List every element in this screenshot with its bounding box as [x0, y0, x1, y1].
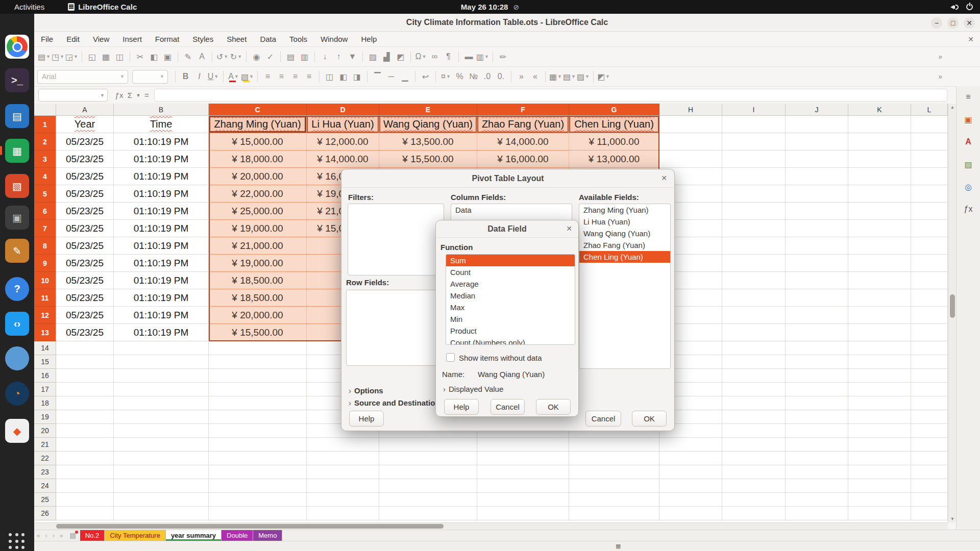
- show-draw-functions-icon[interactable]: ✏: [496, 50, 510, 64]
- close-button[interactable]: ✕: [964, 17, 975, 29]
- sheet-tab-no.2[interactable]: No.2: [80, 530, 105, 541]
- cell-C14[interactable]: [209, 341, 307, 355]
- cell-K3[interactable]: [848, 151, 911, 168]
- pivot-help-button[interactable]: Help: [349, 411, 384, 427]
- cell-I7[interactable]: [722, 220, 786, 237]
- cell-I15[interactable]: [722, 355, 786, 369]
- column-header-F[interactable]: F: [477, 104, 569, 116]
- cell-L13[interactable]: [911, 324, 948, 341]
- cell-L6[interactable]: [911, 203, 948, 220]
- special-character-icon[interactable]: Ω▼: [414, 50, 428, 64]
- column-header-K[interactable]: K: [848, 104, 911, 116]
- print-preview-icon[interactable]: ◫: [113, 50, 127, 64]
- row-header-24[interactable]: 24: [34, 479, 56, 493]
- next-sheet-icon[interactable]: ›: [50, 532, 57, 539]
- column-header-D[interactable]: D: [307, 104, 379, 116]
- cell-I26[interactable]: [722, 507, 786, 520]
- cell-L26[interactable]: [911, 507, 948, 520]
- row-header-4[interactable]: 4: [34, 168, 56, 185]
- cell-I17[interactable]: [722, 383, 786, 396]
- row-header-6[interactable]: 6: [34, 203, 56, 220]
- dock-item-help-viewer[interactable]: ?: [5, 277, 29, 301]
- cell-L9[interactable]: [911, 255, 948, 272]
- cell-E26[interactable]: [379, 507, 477, 520]
- cell-B14[interactable]: [114, 341, 209, 355]
- cell-B7[interactable]: 01:10:19 PM: [114, 220, 209, 237]
- cell-K8[interactable]: [848, 237, 911, 255]
- maximize-button[interactable]: □: [947, 17, 959, 29]
- menu-styles[interactable]: Styles: [186, 33, 220, 45]
- available-field-item[interactable]: Zhang Ming (Yuan): [579, 204, 670, 216]
- cell-A13[interactable]: 05/23/25: [56, 324, 114, 341]
- clear-formatting-icon[interactable]: A: [195, 50, 209, 64]
- cell-L17[interactable]: [911, 383, 948, 396]
- cell-J16[interactable]: [786, 369, 848, 383]
- cell-J15[interactable]: [786, 355, 848, 369]
- cell-B18[interactable]: [114, 396, 209, 410]
- cell-C4[interactable]: ¥ 20,000.00: [209, 168, 307, 185]
- cell-B13[interactable]: 01:10:19 PM: [114, 324, 209, 341]
- cell-G24[interactable]: [569, 479, 659, 493]
- cell-I1[interactable]: [722, 116, 786, 133]
- cell-J26[interactable]: [786, 507, 848, 520]
- cell-I16[interactable]: [722, 369, 786, 383]
- insert-image-icon[interactable]: ▨: [366, 50, 380, 64]
- cell-K6[interactable]: [848, 203, 911, 220]
- cell-I21[interactable]: [722, 438, 786, 452]
- cell-I18[interactable]: [722, 396, 786, 410]
- cell-A14[interactable]: [56, 341, 114, 355]
- cell-K21[interactable]: [848, 438, 911, 452]
- available-field-item[interactable]: Chen Ling (Yuan): [579, 251, 670, 263]
- dock-item-libreoffice-calc[interactable]: ▦: [5, 139, 29, 163]
- column-header-H[interactable]: H: [659, 104, 722, 116]
- menu-window[interactable]: Window: [314, 33, 354, 45]
- toolbar-overflow-icon[interactable]: »: [938, 72, 942, 81]
- cell-L12[interactable]: [911, 307, 948, 324]
- dock-item-libreoffice-writer[interactable]: ▤: [5, 104, 29, 128]
- cell-K20[interactable]: [848, 424, 911, 438]
- menu-tools[interactable]: Tools: [283, 33, 314, 45]
- cell-B20[interactable]: [114, 424, 209, 438]
- cell-F24[interactable]: [477, 479, 569, 493]
- cell-A25[interactable]: [56, 493, 114, 507]
- borders-dropdown-icon[interactable]: ▼: [557, 74, 562, 79]
- sheet-tab-year-summary[interactable]: year summary: [166, 530, 222, 541]
- autosum-icon[interactable]: Σ: [125, 89, 135, 102]
- cell-B9[interactable]: 01:10:19 PM: [114, 255, 209, 272]
- cell-F3[interactable]: ¥ 16,000.00: [477, 151, 569, 168]
- font-color-icon[interactable]: A▼: [227, 70, 240, 84]
- cell-E2[interactable]: ¥ 13,500.00: [379, 133, 477, 151]
- open-dropdown-icon[interactable]: ▼: [60, 54, 64, 59]
- cell-A20[interactable]: [56, 424, 114, 438]
- column-header-J[interactable]: J: [786, 104, 848, 116]
- cell-L23[interactable]: [911, 465, 948, 479]
- cell-A21[interactable]: [56, 438, 114, 452]
- conditional-formatting-icon[interactable]: ◩▼: [597, 70, 610, 84]
- cell-L15[interactable]: [911, 355, 948, 369]
- new-icon[interactable]: ▤▼: [37, 50, 51, 64]
- power-icon[interactable]: [966, 4, 973, 10]
- cell-J11[interactable]: [786, 289, 848, 307]
- cell-L19[interactable]: [911, 410, 948, 424]
- row-header-3[interactable]: 3: [34, 151, 56, 168]
- border-style-dropdown-icon[interactable]: ▼: [571, 74, 576, 79]
- cell-C10[interactable]: ¥ 18,500.00: [209, 272, 307, 289]
- cell-B19[interactable]: [114, 410, 209, 424]
- copy-icon[interactable]: ◧: [147, 50, 161, 64]
- cell-C25[interactable]: [209, 493, 307, 507]
- align-center-icon[interactable]: ≡: [275, 70, 288, 84]
- cell-B3[interactable]: 01:10:19 PM: [114, 151, 209, 168]
- cell-J22[interactable]: [786, 452, 848, 465]
- cell-A12[interactable]: 05/23/25: [56, 307, 114, 324]
- row-header-12[interactable]: 12: [34, 307, 56, 324]
- menu-file[interactable]: File: [34, 33, 60, 45]
- cell-A10[interactable]: 05/23/25: [56, 272, 114, 289]
- cell-C11[interactable]: ¥ 18,500.00: [209, 289, 307, 307]
- align-right-icon[interactable]: ≡: [288, 70, 302, 84]
- cell-C24[interactable]: [209, 479, 307, 493]
- cell-A7[interactable]: 05/23/25: [56, 220, 114, 237]
- row-header-18[interactable]: 18: [34, 396, 56, 410]
- window-titlebar[interactable]: City Climate Information Table.ots - Lib…: [34, 14, 980, 32]
- print-icon[interactable]: ▦: [99, 50, 113, 64]
- freeze-panes-icon[interactable]: ▥▼: [476, 50, 489, 64]
